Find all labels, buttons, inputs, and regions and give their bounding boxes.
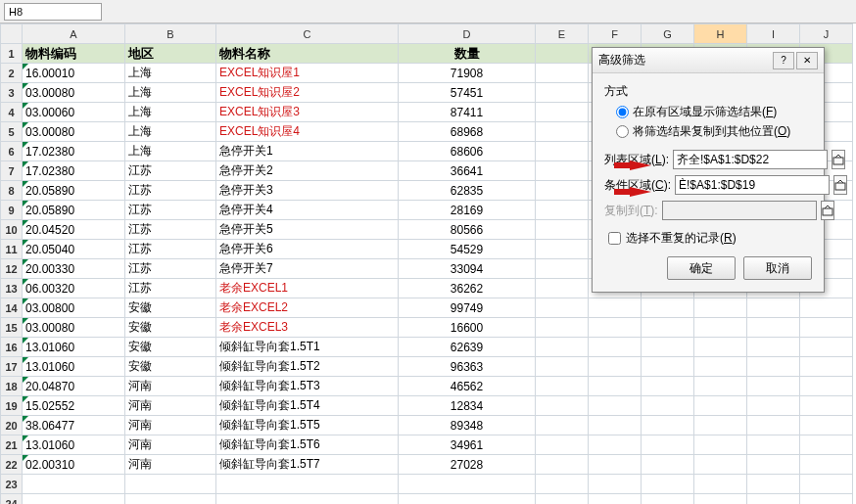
empty-cell[interactable]: [536, 181, 589, 201]
cell-name[interactable]: 急停开关6: [216, 240, 399, 259]
cell-code[interactable]: 17.02380: [23, 142, 125, 161]
cell-qty[interactable]: 89348: [399, 416, 536, 435]
cell-region[interactable]: 河南: [125, 396, 216, 416]
empty-cell[interactable]: [589, 455, 642, 475]
col-header-G[interactable]: G: [642, 24, 694, 44]
empty-cell[interactable]: [747, 455, 800, 475]
select-all-corner[interactable]: [1, 24, 23, 44]
empty-cell[interactable]: [747, 416, 800, 435]
empty-cell[interactable]: [747, 475, 800, 494]
empty-cell[interactable]: [536, 142, 589, 161]
empty-cell[interactable]: [589, 377, 642, 396]
cell-name[interactable]: EXCEL知识屋2: [216, 83, 399, 103]
header-qty[interactable]: 数量: [399, 44, 536, 64]
header-region[interactable]: 地区: [125, 44, 216, 64]
cell-name[interactable]: 老余EXCEL2: [216, 298, 399, 318]
empty-cell[interactable]: [747, 357, 800, 377]
cell-qty[interactable]: 57451: [399, 83, 536, 103]
empty-cell[interactable]: [642, 416, 694, 435]
row-header[interactable]: 15: [1, 318, 23, 338]
empty-cell[interactable]: [642, 298, 694, 318]
cell-region[interactable]: 河南: [125, 455, 216, 475]
empty-cell[interactable]: [642, 338, 694, 357]
empty-cell[interactable]: [800, 494, 853, 505]
col-header-I[interactable]: I: [747, 24, 800, 44]
cell-region[interactable]: 上海: [125, 142, 216, 161]
cell-code[interactable]: 02.00310: [23, 455, 125, 475]
radio-filter-inplace[interactable]: 在原有区域显示筛选结果(F): [616, 104, 812, 120]
empty-cell[interactable]: [694, 416, 747, 435]
cell-qty[interactable]: 12834: [399, 396, 536, 416]
row-header[interactable]: 17: [1, 357, 23, 377]
cell-region[interactable]: 江苏: [125, 279, 216, 298]
unique-records-row[interactable]: 选择不重复的记录(R): [608, 230, 812, 247]
empty-cell[interactable]: [536, 161, 589, 181]
empty-cell[interactable]: [216, 494, 399, 505]
empty-cell[interactable]: [399, 494, 536, 505]
cell-qty[interactable]: 36641: [399, 161, 536, 181]
empty-cell[interactable]: [589, 298, 642, 318]
cell-region[interactable]: 江苏: [125, 201, 216, 220]
cell-region[interactable]: 上海: [125, 122, 216, 142]
cell-name[interactable]: EXCEL知识屋3: [216, 103, 399, 122]
empty-cell[interactable]: [536, 83, 589, 103]
cell-region[interactable]: 河南: [125, 377, 216, 396]
cell-name[interactable]: 老余EXCEL3: [216, 318, 399, 338]
close-icon[interactable]: ✕: [796, 52, 818, 69]
empty-cell[interactable]: [589, 357, 642, 377]
cell-name[interactable]: 倾斜缸导向套1.5T4: [216, 396, 399, 416]
criteria-range-input[interactable]: [675, 175, 830, 195]
col-header-D[interactable]: D: [399, 24, 536, 44]
empty-cell[interactable]: [747, 298, 800, 318]
cell-region[interactable]: 安徽: [125, 318, 216, 338]
empty-cell[interactable]: [694, 455, 747, 475]
cell-qty[interactable]: 54529: [399, 240, 536, 259]
row-header[interactable]: 2: [1, 64, 23, 83]
cell-qty[interactable]: 16600: [399, 318, 536, 338]
row-header[interactable]: 16: [1, 338, 23, 357]
cell-name[interactable]: 倾斜缸导向套1.5T2: [216, 357, 399, 377]
empty-cell[interactable]: [642, 396, 694, 416]
cell-code[interactable]: 06.00320: [23, 279, 125, 298]
empty-cell[interactable]: [589, 494, 642, 505]
cell-code[interactable]: 38.06477: [23, 416, 125, 435]
empty-cell[interactable]: [642, 475, 694, 494]
empty-cell[interactable]: [642, 455, 694, 475]
empty-cell[interactable]: [694, 318, 747, 338]
cell-name[interactable]: EXCEL知识屋1: [216, 64, 399, 83]
col-header-J[interactable]: J: [800, 24, 853, 44]
header-name[interactable]: 物料名称: [216, 44, 399, 64]
empty-cell[interactable]: [536, 396, 589, 416]
cell-code[interactable]: 15.02552: [23, 396, 125, 416]
empty-cell[interactable]: [589, 396, 642, 416]
empty-cell[interactable]: [536, 279, 589, 298]
radio-filter-inplace-input[interactable]: [616, 106, 629, 118]
cell-code[interactable]: 20.04870: [23, 377, 125, 396]
cell-code[interactable]: 03.00060: [23, 103, 125, 122]
col-header-E[interactable]: E: [536, 24, 589, 44]
empty-cell[interactable]: [694, 435, 747, 455]
empty-cell[interactable]: [800, 396, 853, 416]
empty-cell[interactable]: [536, 103, 589, 122]
empty-cell[interactable]: [694, 338, 747, 357]
empty-cell[interactable]: [800, 298, 853, 318]
empty-cell[interactable]: [536, 455, 589, 475]
row-header[interactable]: 13: [1, 279, 23, 298]
cell-name[interactable]: EXCEL知识屋4: [216, 122, 399, 142]
cell-code[interactable]: 16.00010: [23, 64, 125, 83]
cell-code[interactable]: 20.04520: [23, 220, 125, 240]
empty-cell[interactable]: [800, 338, 853, 357]
empty-cell[interactable]: [747, 338, 800, 357]
cell-code[interactable]: 17.02380: [23, 161, 125, 181]
empty-cell[interactable]: [536, 201, 589, 220]
criteria-range-picker-icon[interactable]: [833, 175, 847, 195]
row-header[interactable]: 3: [1, 83, 23, 103]
empty-cell[interactable]: [800, 357, 853, 377]
cell-code[interactable]: 20.05890: [23, 181, 125, 201]
cell-code[interactable]: 20.05040: [23, 240, 125, 259]
cell-name[interactable]: 老余EXCEL1: [216, 279, 399, 298]
cell-name[interactable]: 急停开关2: [216, 161, 399, 181]
cell-name[interactable]: 倾斜缸导向套1.5T3: [216, 377, 399, 396]
unique-records-checkbox[interactable]: [608, 232, 621, 245]
cell-qty[interactable]: 99749: [399, 298, 536, 318]
